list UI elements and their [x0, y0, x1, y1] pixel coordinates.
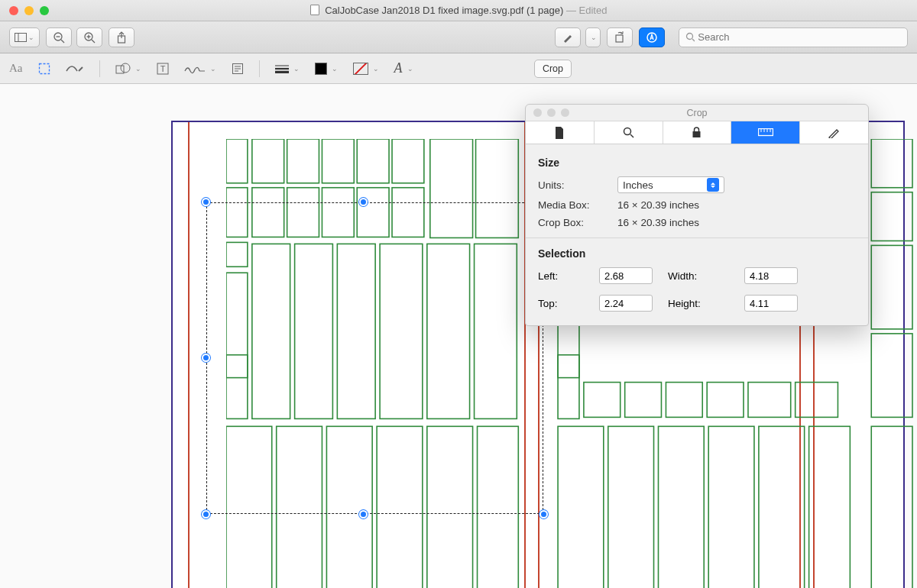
- tab-crop[interactable]: [731, 121, 800, 144]
- svg-rect-11: [616, 35, 623, 42]
- zoom-in-button[interactable]: [76, 27, 102, 47]
- units-label: Units:: [538, 179, 611, 191]
- sidebar-icon: [15, 33, 27, 42]
- text-selection-icon: Aa: [9, 62, 23, 75]
- line-weight-icon: [275, 64, 289, 73]
- height-input[interactable]: 4.11: [744, 295, 798, 312]
- shapes-tool[interactable]: ⌄: [115, 63, 141, 75]
- svg-rect-38: [252, 188, 284, 237]
- zoom-out-button[interactable]: [46, 27, 72, 47]
- rotate-button[interactable]: [607, 27, 633, 47]
- font-style-icon: A: [394, 60, 403, 76]
- selection-heading: Selection: [538, 247, 856, 260]
- left-input[interactable]: 2.68: [599, 267, 653, 284]
- svg-rect-36: [476, 139, 519, 237]
- units-select[interactable]: Inches: [617, 176, 724, 193]
- sketch-tool[interactable]: [66, 63, 84, 74]
- svg-rect-55: [377, 426, 423, 588]
- tab-general[interactable]: [526, 121, 595, 144]
- panel-titlebar[interactable]: Crop: [526, 105, 868, 121]
- svg-rect-33: [357, 139, 389, 183]
- svg-line-15: [692, 39, 695, 41]
- svg-rect-31: [287, 139, 319, 183]
- svg-rect-35: [430, 139, 473, 237]
- markup-toggle-button[interactable]: [639, 27, 665, 47]
- svg-rect-92: [809, 426, 851, 588]
- border-color-tool[interactable]: ⌄: [315, 63, 338, 75]
- main-toolbar: ⌄ ⌄: [0, 21, 917, 53]
- svg-rect-41: [357, 188, 389, 237]
- svg-rect-56: [427, 426, 473, 588]
- svg-rect-37: [226, 188, 248, 237]
- text-tool[interactable]: T: [157, 63, 169, 75]
- svg-rect-103: [871, 426, 912, 588]
- sign-tool[interactable]: ⌄: [184, 63, 216, 74]
- svg-rect-42: [392, 188, 424, 237]
- crop-button[interactable]: Crop: [534, 60, 572, 78]
- rectangular-selection-tool[interactable]: [38, 63, 50, 75]
- fill-color-tool[interactable]: ⌄: [353, 63, 379, 75]
- width-input[interactable]: 4.18: [744, 267, 798, 284]
- signature-icon: [184, 63, 206, 74]
- rotate-icon: [614, 31, 626, 44]
- svg-rect-102: [871, 334, 912, 418]
- svg-rect-43: [226, 242, 248, 267]
- note-tool[interactable]: [232, 63, 244, 75]
- tab-encryption[interactable]: [663, 121, 732, 144]
- minimize-window-button[interactable]: [24, 6, 34, 15]
- svg-rect-81: [584, 383, 621, 418]
- toolbar-separator: [259, 60, 260, 77]
- svg-rect-86: [795, 383, 838, 418]
- top-label: Top:: [538, 298, 584, 309]
- sketch-icon: [66, 63, 84, 74]
- window-controls: [9, 6, 49, 15]
- svg-text:T: T: [160, 64, 165, 73]
- search-input[interactable]: [698, 31, 901, 43]
- size-heading: Size: [538, 157, 856, 169]
- left-label: Left:: [538, 270, 584, 282]
- close-window-button[interactable]: [9, 6, 18, 15]
- markup-toolbar: Aa ⌄ T ⌄ ⌄ ⌄ ⌄ A⌄ Crop: [0, 53, 917, 84]
- text-selection-tool[interactable]: Aa: [9, 62, 23, 75]
- highlight-button[interactable]: [555, 27, 581, 47]
- textbox-icon: T: [157, 63, 169, 75]
- document-icon: [310, 5, 319, 15]
- text-style-tool[interactable]: A⌄: [394, 60, 413, 76]
- top-input[interactable]: 2.24: [599, 295, 653, 312]
- units-value: Inches: [623, 179, 653, 191]
- svg-rect-80: [558, 355, 579, 378]
- tab-magnifier[interactable]: [595, 121, 663, 144]
- toolbar-separator: [99, 60, 100, 77]
- sidebar-toggle-button[interactable]: ⌄: [9, 27, 40, 47]
- svg-rect-54: [326, 426, 372, 588]
- selection-icon: [38, 63, 50, 75]
- svg-line-6: [92, 40, 95, 43]
- share-button[interactable]: [109, 27, 134, 47]
- svg-rect-39: [287, 188, 319, 237]
- search-field[interactable]: [679, 27, 908, 47]
- shapes-icon: [115, 63, 131, 75]
- highlighter-icon: [562, 32, 573, 43]
- svg-line-106: [630, 134, 633, 137]
- svg-rect-44: [226, 273, 248, 418]
- border-style-tool[interactable]: ⌄: [275, 64, 300, 73]
- cropbox-value: 16 × 20.39 inches: [617, 217, 699, 228]
- svg-rect-57: [478, 426, 519, 588]
- color-swatch-icon: [315, 63, 327, 75]
- magnifier-icon: [623, 127, 634, 138]
- highlight-menu-button[interactable]: ⌄: [585, 27, 601, 47]
- svg-rect-90: [708, 426, 754, 588]
- markup-icon: [646, 31, 658, 44]
- svg-rect-88: [608, 426, 654, 588]
- zoom-window-button[interactable]: [40, 6, 49, 15]
- pencil-icon: [828, 128, 841, 138]
- svg-rect-0: [15, 33, 27, 41]
- tab-annotations[interactable]: [800, 121, 868, 144]
- svg-rect-83: [666, 383, 702, 418]
- svg-rect-45: [252, 244, 290, 418]
- svg-line-3: [61, 40, 64, 43]
- svg-rect-49: [427, 244, 470, 418]
- svg-rect-82: [625, 383, 662, 418]
- height-label: Height:: [668, 298, 729, 309]
- crop-inspector-panel: Crop Size Units: Inches Media Box: 16 × …: [525, 104, 869, 326]
